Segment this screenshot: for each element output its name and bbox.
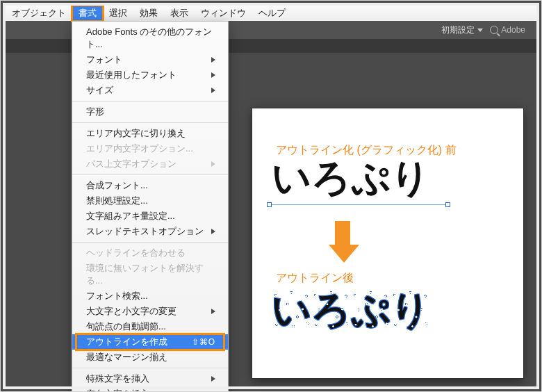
menu-item[interactable]: スレッドテキストオプション: [72, 224, 228, 239]
outlined-glyph[interactable]: ぷ: [351, 291, 391, 329]
menu-item-label: 特殊文字を挿入: [86, 373, 149, 385]
type-menu-dropdown: Adobe Fonts のその他のフォント...フォント最近使用したフォントサイ…: [72, 21, 229, 392]
menu-item: ヘッドラインを合わせる: [72, 245, 228, 261]
menu-item[interactable]: 字形: [72, 104, 228, 120]
submenu-arrow-icon: [211, 72, 215, 78]
text-baseline-indicator: [269, 204, 448, 205]
submenu-arrow-icon: [211, 309, 215, 314]
menu-item-label: パス上文字オプション: [86, 158, 176, 170]
outlined-glyph[interactable]: り: [391, 291, 430, 329]
menu-item[interactable]: 空白文字を挿入: [72, 386, 228, 392]
menu-item[interactable]: 禁則処理設定...: [72, 193, 228, 209]
search-icon: [490, 26, 498, 34]
search-placeholder: Adobe: [501, 25, 525, 35]
search-box[interactable]: Adobe: [490, 25, 525, 35]
label-after-outline: アウトライン後: [276, 271, 354, 286]
menu-item-label: エリア内文字に切り換え: [86, 127, 186, 140]
menu-item-label: 空白文字を挿入: [86, 388, 149, 392]
menu-item-label: エリア内文字オプション...: [86, 142, 193, 155]
menu-item-label: 最近使用したフォント: [86, 69, 176, 81]
menu-item[interactable]: 最適なマージン揃え: [72, 350, 228, 365]
menu-object[interactable]: オブジェクト: [6, 6, 72, 21]
menu-item-label: 句読点の自動調節...: [86, 320, 166, 333]
menu-item[interactable]: フォント検索...: [72, 288, 228, 304]
menu-item-label: 環境に無いフォントを解決する...: [86, 262, 215, 287]
sample-text-after[interactable]: いろぷり: [272, 291, 430, 329]
menu-item-label: アウトラインを作成: [86, 336, 167, 348]
submenu-arrow-icon: [211, 161, 215, 167]
outlined-glyph[interactable]: い: [272, 291, 311, 329]
menu-item-label: スレッドテキストオプション: [86, 225, 204, 238]
menu-item-label: Adobe Fonts のその他のフォント...: [86, 26, 215, 51]
chevron-down-icon: [477, 28, 483, 32]
menu-help[interactable]: ヘルプ: [252, 6, 292, 21]
submenu-arrow-icon: [211, 88, 215, 93]
artboard: アウトライン化 (グラフィック化) 前 いろぷり アウトライン後 いろぷり: [252, 108, 523, 378]
menu-item-label: 大文字と小文字の変更: [86, 305, 176, 318]
menu-item[interactable]: アウトラインを作成⇧⌘O: [72, 334, 228, 350]
menu-item-label: 禁則処理設定...: [86, 195, 148, 207]
menu-item-label: ヘッドラインを合わせる: [86, 247, 186, 259]
menu-item: パス上文字オプション: [72, 156, 228, 172]
menu-item[interactable]: 大文字と小文字の変更: [72, 304, 228, 319]
menu-item[interactable]: 句読点の自動調節...: [72, 319, 228, 334]
label-before-outline: アウトライン化 (グラフィック化) 前: [276, 143, 457, 158]
menu-item-label: 字形: [86, 106, 104, 118]
menu-item[interactable]: 文字組みアキ量設定...: [72, 209, 228, 224]
submenu-arrow-icon: [211, 229, 215, 234]
menu-item-label: 最適なマージン揃え: [86, 351, 167, 364]
menu-item: エリア内文字オプション...: [72, 141, 228, 156]
arrow-down-icon: [329, 221, 356, 263]
submenu-arrow-icon: [211, 376, 215, 382]
menu-item[interactable]: エリア内文字に切り換え: [72, 126, 228, 141]
menu-item-shortcut: ⇧⌘O: [192, 336, 215, 348]
menu-item-label: フォント: [86, 54, 122, 66]
preset-dropdown[interactable]: 初期設定: [441, 24, 483, 36]
menu-item[interactable]: フォント: [72, 52, 228, 67]
menu-item-label: 合成フォント...: [86, 179, 148, 192]
menubar: オブジェクト 書式 選択 効果 表示 ウィンドウ ヘルプ: [6, 6, 536, 21]
sample-text-before[interactable]: いろぷり: [272, 158, 430, 197]
outlined-glyph[interactable]: ろ: [311, 291, 351, 329]
menu-item[interactable]: Adobe Fonts のその他のフォント...: [72, 24, 228, 52]
menu-item[interactable]: 合成フォント...: [72, 178, 228, 193]
menu-item[interactable]: サイズ: [72, 83, 228, 98]
menu-effect[interactable]: 効果: [133, 6, 164, 21]
menu-select[interactable]: 選択: [103, 6, 133, 21]
submenu-arrow-icon: [211, 57, 215, 63]
menu-item: 環境に無いフォントを解決する...: [72, 261, 228, 288]
menu-item-label: サイズ: [86, 84, 113, 97]
menu-item-label: フォント検索...: [86, 290, 148, 302]
menu-view[interactable]: 表示: [164, 6, 195, 21]
menu-item-label: 文字組みアキ量設定...: [86, 210, 175, 222]
menu-type[interactable]: 書式: [72, 6, 103, 21]
menu-item[interactable]: 特殊文字を挿入: [72, 371, 228, 386]
menu-item[interactable]: 最近使用したフォント: [72, 67, 228, 83]
menu-window[interactable]: ウィンドウ: [195, 6, 252, 21]
preset-label: 初期設定: [441, 24, 475, 36]
